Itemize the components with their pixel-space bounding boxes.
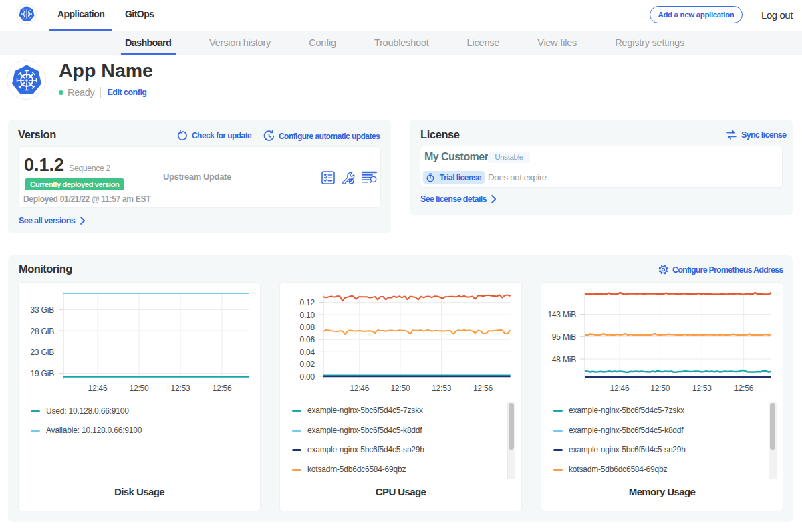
svg-text:12:46: 12:46 bbox=[350, 384, 370, 393]
svg-text:95 MiB: 95 MiB bbox=[552, 332, 576, 342]
svg-text:0.04: 0.04 bbox=[299, 348, 315, 357]
svg-text:0.00: 0.00 bbox=[299, 372, 315, 382]
svg-text:19 GiB: 19 GiB bbox=[31, 369, 55, 378]
svg-text:12:46: 12:46 bbox=[610, 384, 630, 393]
svg-text:12:56: 12:56 bbox=[212, 384, 232, 393]
svg-text:28 GiB: 28 GiB bbox=[31, 327, 55, 336]
svg-text:12:53: 12:53 bbox=[432, 384, 452, 393]
svg-text:12:53: 12:53 bbox=[692, 384, 712, 393]
svg-text:143 MiB: 143 MiB bbox=[547, 310, 576, 319]
svg-text:12:50: 12:50 bbox=[390, 384, 410, 393]
svg-text:0.06: 0.06 bbox=[299, 335, 315, 344]
svg-text:23 GiB: 23 GiB bbox=[31, 348, 55, 357]
svg-text:48 MiB: 48 MiB bbox=[552, 355, 576, 364]
svg-text:0.08: 0.08 bbox=[299, 323, 315, 332]
svg-text:0.02: 0.02 bbox=[299, 360, 315, 369]
svg-text:12:50: 12:50 bbox=[650, 384, 670, 393]
svg-text:33 GiB: 33 GiB bbox=[31, 305, 55, 315]
svg-text:12:50: 12:50 bbox=[129, 384, 149, 393]
svg-text:12:53: 12:53 bbox=[170, 384, 190, 393]
svg-text:12:56: 12:56 bbox=[734, 384, 754, 393]
svg-text:12:46: 12:46 bbox=[88, 384, 108, 393]
svg-text:0.10: 0.10 bbox=[299, 311, 315, 320]
svg-text:12:56: 12:56 bbox=[473, 384, 493, 393]
svg-text:0.12: 0.12 bbox=[299, 298, 315, 307]
